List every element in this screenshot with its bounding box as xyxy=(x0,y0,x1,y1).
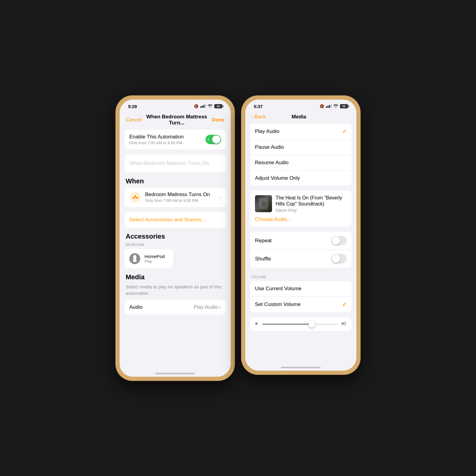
svg-rect-14 xyxy=(328,106,328,108)
svg-point-18 xyxy=(262,201,265,205)
audio-value: Play Audio › xyxy=(194,304,221,310)
media-header: Media xyxy=(124,273,226,281)
right-home-indicator xyxy=(245,360,356,371)
select-accessories-row[interactable]: Select Accessories and Scenes... xyxy=(124,212,226,228)
volume-slider-track[interactable] xyxy=(262,324,338,325)
homepod-icon xyxy=(129,253,140,264)
adjust-volume-label: Adjust Volume Only xyxy=(255,175,300,181)
enable-row: Enable This Automation Only from 7:00 AM… xyxy=(124,130,226,149)
wifi-icon xyxy=(208,104,212,109)
volume-slider-container xyxy=(250,317,352,331)
right-wifi-icon xyxy=(333,104,338,109)
svg-rect-16 xyxy=(331,104,332,108)
shuffle-row: Shuffle xyxy=(250,250,352,268)
enable-toggle[interactable]: I xyxy=(206,135,221,144)
mattress-icon xyxy=(129,191,141,203)
right-mute-icon: 🔕 xyxy=(320,104,324,108)
back-label: Back xyxy=(254,114,266,120)
use-current-volume-label: Use Current Volume xyxy=(255,286,301,292)
left-home-indicator xyxy=(120,366,231,377)
album-art xyxy=(255,195,272,212)
cancel-button[interactable]: Cancel xyxy=(126,117,142,123)
trigger-card: Bedroom Mattress Turns On Only from 7:00… xyxy=(124,188,226,207)
mute-icon: 🔕 xyxy=(194,104,199,108)
left-battery: 55 xyxy=(214,104,222,108)
choose-audio-text: Choose Audio... xyxy=(255,216,291,222)
set-custom-volume-checkmark: ✓ xyxy=(342,301,347,308)
svg-rect-19 xyxy=(261,206,266,206)
audio-row[interactable]: Audio Play Audio › xyxy=(124,300,226,314)
svg-rect-13 xyxy=(326,106,327,108)
trigger-subtitle: Only from 7:00 AM to 9:30 PM xyxy=(145,198,216,203)
right-battery: 55 xyxy=(340,104,348,108)
right-nav-bar: ‹ Back Media xyxy=(245,111,356,124)
shuffle-toggle[interactable] xyxy=(331,254,347,264)
right-home-bar xyxy=(281,367,321,368)
volume-header: VOLUME xyxy=(250,270,352,281)
right-status-icons: 🔕 55 xyxy=(320,104,348,109)
pause-audio-row[interactable]: Pause Audio xyxy=(250,140,352,155)
svg-rect-1 xyxy=(202,106,203,108)
right-time: 5:37 xyxy=(254,104,263,109)
svg-point-4 xyxy=(130,192,141,203)
bedroom-label: BEDROOM xyxy=(124,243,226,249)
volume-options-card: Use Current Volume Set Custom Volume ✓ xyxy=(250,281,352,312)
repeat-shuffle-card: Repeat Shuffle xyxy=(250,232,352,268)
song-info: The Heat Is On (From "Beverly Hills Cop"… xyxy=(276,195,347,213)
svg-marker-20 xyxy=(255,322,257,325)
trigger-chevron: › xyxy=(219,194,221,200)
svg-rect-0 xyxy=(200,106,201,108)
signal-icon xyxy=(200,104,206,109)
homepod-container: HomePod Play xyxy=(124,249,226,268)
album-art-image xyxy=(255,195,272,212)
set-custom-volume-label: Set Custom Volume xyxy=(255,301,301,308)
set-custom-volume-row[interactable]: Set Custom Volume ✓ xyxy=(250,297,352,312)
play-audio-checkmark: ✓ xyxy=(342,128,347,135)
shuffle-label: Shuffle xyxy=(255,256,271,262)
placeholder-text: When Bedroom Mattress Turns On xyxy=(129,160,209,166)
accessories-header: Accessories xyxy=(124,233,226,240)
left-nav-title: When Bedroom Mattress Turn... xyxy=(142,114,212,126)
resume-audio-row[interactable]: Resume Audio xyxy=(250,155,352,171)
back-button[interactable]: ‹ Back xyxy=(251,114,266,120)
trigger-text: Bedroom Mattress Turns On Only from 7:00… xyxy=(145,192,216,203)
left-home-bar xyxy=(155,373,195,374)
right-status-bar: 5:37 🔕 55 xyxy=(245,100,356,111)
song-title: The Heat Is On (From "Beverly Hills Cop"… xyxy=(276,195,347,208)
right-phone-screen: 5:37 🔕 55 ‹ Back xyxy=(245,100,356,371)
audio-options-card: Play Audio ✓ Pause Audio Resume Audio Ad… xyxy=(250,124,352,186)
audio-label: Audio xyxy=(129,304,142,310)
volume-slider-thumb[interactable] xyxy=(308,321,315,328)
right-bottom-spacer xyxy=(250,331,352,343)
placeholder-card[interactable]: When Bedroom Mattress Turns On xyxy=(124,154,226,172)
homepod-action: Play xyxy=(144,259,165,264)
audio-value-text: Play Audio xyxy=(194,304,218,310)
left-content: Enable This Automation Only from 7:00 AM… xyxy=(120,130,231,366)
play-audio-label: Play Audio xyxy=(255,128,279,134)
play-audio-row[interactable]: Play Audio ✓ xyxy=(250,124,352,140)
right-signal-icon xyxy=(326,104,332,109)
done-button[interactable]: Done xyxy=(212,117,225,123)
trigger-title: Bedroom Mattress Turns On xyxy=(145,192,216,198)
homepod-info: HomePod Play xyxy=(144,254,165,264)
right-content: Play Audio ✓ Pause Audio Resume Audio Ad… xyxy=(245,124,356,360)
left-phone: 5:29 🔕 55 Cancel When Bedroom xyxy=(116,96,234,380)
repeat-label: Repeat xyxy=(255,238,272,244)
volume-low-icon xyxy=(255,321,259,327)
pause-audio-label: Pause Audio xyxy=(255,144,284,150)
enable-label: Enable This Automation xyxy=(129,134,184,140)
svg-point-12 xyxy=(133,260,137,262)
choose-audio-button[interactable]: Choose Audio... xyxy=(255,216,347,223)
repeat-toggle[interactable] xyxy=(331,236,347,245)
svg-rect-15 xyxy=(329,105,330,108)
homepod-card[interactable]: HomePod Play xyxy=(124,249,173,268)
enable-text-group: Enable This Automation Only from 7:00 AM… xyxy=(129,134,184,145)
svg-rect-2 xyxy=(203,105,204,108)
audio-chevron: › xyxy=(219,304,221,310)
resume-audio-label: Resume Audio xyxy=(255,160,289,166)
trigger-row[interactable]: Bedroom Mattress Turns On Only from 7:00… xyxy=(124,188,226,207)
volume-slider-fill xyxy=(262,324,312,325)
adjust-volume-row[interactable]: Adjust Volume Only xyxy=(250,171,352,186)
svg-marker-21 xyxy=(342,322,344,325)
use-current-volume-row[interactable]: Use Current Volume xyxy=(250,281,352,297)
